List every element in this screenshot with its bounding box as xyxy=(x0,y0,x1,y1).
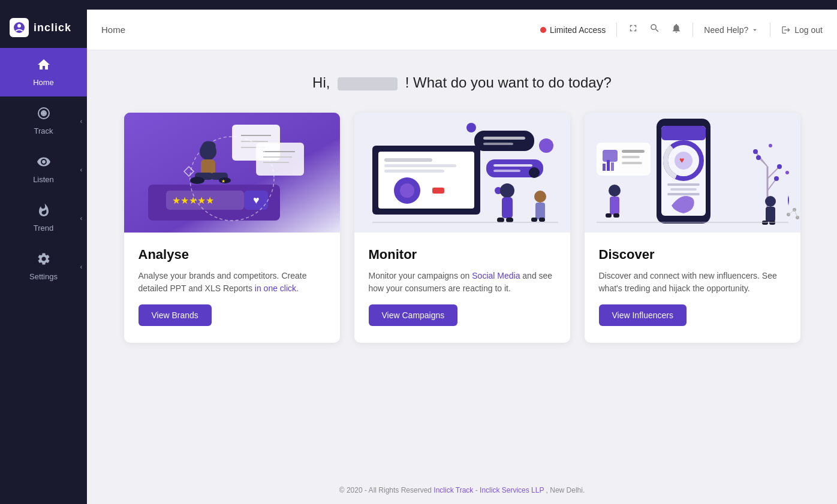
sidebar-listen-label: Listen xyxy=(33,175,54,184)
svg-rect-86 xyxy=(606,213,612,218)
svg-rect-48 xyxy=(506,218,513,222)
svg-rect-72 xyxy=(611,162,614,171)
svg-text:★★★★★: ★★★★★ xyxy=(172,195,214,206)
svg-rect-37 xyxy=(483,143,513,145)
sidebar-item-home[interactable]: Home xyxy=(0,48,87,96)
analyse-card-desc: Analyse your brands and competitors. Cre… xyxy=(139,270,326,295)
svg-point-45 xyxy=(500,183,514,198)
view-campaigns-button[interactable]: View Campaigns xyxy=(369,304,458,326)
footer: © 2020 - All Rights Reserved Inclick Tra… xyxy=(87,476,837,504)
listen-icon xyxy=(37,155,51,171)
svg-point-41 xyxy=(466,123,476,132)
svg-point-33 xyxy=(400,183,414,198)
sidebar: inclick Home T xyxy=(0,10,87,504)
svg-rect-68 xyxy=(622,156,640,158)
sidebar-settings-label: Settings xyxy=(29,272,58,281)
logo-area: inclick xyxy=(0,10,87,46)
svg-text:♥: ♥ xyxy=(253,194,260,206)
svg-point-78 xyxy=(753,149,758,154)
main-content: Hi, ! What do you want to do today? xyxy=(87,50,837,476)
track-icon xyxy=(37,106,51,123)
svg-rect-31 xyxy=(384,170,444,173)
svg-rect-40 xyxy=(493,170,520,172)
footer-link2[interactable]: Inclick Services LLP xyxy=(480,486,544,494)
svg-rect-85 xyxy=(610,197,619,215)
content-area: Home Limited Access xyxy=(87,10,837,504)
settings-icon xyxy=(37,252,51,268)
svg-rect-70 xyxy=(603,164,606,171)
discover-card-title: Discover xyxy=(599,247,786,262)
breadcrumb: Home xyxy=(101,25,125,35)
cards-grid: ★★★★★ ♥ xyxy=(106,113,818,343)
discover-card-image: ♥ xyxy=(585,113,800,233)
analyse-desc-highlight: in one click. xyxy=(255,283,299,293)
view-influencers-button[interactable]: View Influencers xyxy=(599,304,687,326)
svg-rect-30 xyxy=(384,164,456,167)
monitor-card-title: Monitor xyxy=(369,247,556,262)
trend-chevron: ‹ xyxy=(80,215,82,221)
discover-desc-text: Discover and connect with new influencer… xyxy=(599,271,777,293)
svg-rect-34 xyxy=(432,188,444,194)
svg-rect-52 xyxy=(539,218,545,222)
need-help-button[interactable]: Need Help? xyxy=(704,25,759,35)
bell-icon[interactable] xyxy=(671,23,682,37)
header-right: Limited Access xyxy=(540,23,823,37)
analyse-card-image: ★★★★★ ♥ xyxy=(124,113,340,233)
home-icon xyxy=(37,58,51,74)
svg-rect-66 xyxy=(603,150,618,162)
svg-rect-89 xyxy=(766,207,775,222)
limited-access-badge: Limited Access xyxy=(540,25,606,35)
logo-icon xyxy=(10,18,29,37)
expand-icon[interactable] xyxy=(628,23,639,37)
monitor-card-image xyxy=(354,113,570,233)
discover-card-desc: Discover and connect with new influencer… xyxy=(599,270,786,295)
svg-point-84 xyxy=(609,185,621,197)
monitor-desc-part1: Monitor your campaigns on xyxy=(369,271,472,280)
sidebar-track-label: Track xyxy=(34,126,53,135)
header-divider-2 xyxy=(693,23,693,37)
username-placeholder xyxy=(338,77,398,90)
logout-button[interactable]: Log out xyxy=(781,25,823,35)
svg-text:★: ★ xyxy=(221,179,225,184)
svg-point-81 xyxy=(756,155,761,160)
sidebar-home-label: Home xyxy=(33,78,54,87)
sidebar-item-listen[interactable]: Listen ‹ xyxy=(0,145,87,194)
svg-point-44 xyxy=(529,167,540,178)
sidebar-trend-label: Trend xyxy=(34,224,53,233)
monitor-desc-highlight: Social Media xyxy=(472,271,520,280)
search-icon[interactable] xyxy=(649,23,660,37)
svg-point-82 xyxy=(769,144,772,147)
footer-link1[interactable]: Inclick Track xyxy=(433,486,473,494)
svg-rect-57 xyxy=(661,126,706,140)
analyse-card-title: Analyse xyxy=(139,247,326,262)
limited-access-label: Limited Access xyxy=(550,25,606,35)
view-brands-button[interactable]: View Brands xyxy=(139,304,212,326)
discover-card-body: Discover Discover and connect with new i… xyxy=(585,233,800,343)
analyse-card: ★★★★★ ♥ xyxy=(124,113,340,343)
header-divider-1 xyxy=(616,23,617,37)
sidebar-item-settings[interactable]: Settings ‹ xyxy=(0,242,87,291)
monitor-card: Monitor Monitor your campaigns on Social… xyxy=(354,113,570,343)
footer-separator: - xyxy=(475,486,480,494)
trend-icon xyxy=(37,203,51,220)
svg-rect-71 xyxy=(607,160,610,171)
monitor-card-desc: Monitor your campaigns on Social Media a… xyxy=(369,270,556,295)
svg-rect-46 xyxy=(502,197,513,218)
svg-rect-13 xyxy=(256,143,304,176)
svg-rect-62 xyxy=(667,183,700,186)
sidebar-item-track[interactable]: Track ‹ xyxy=(0,96,87,145)
analyse-card-body: Analyse Analyse your brands and competit… xyxy=(124,233,340,343)
svg-rect-50 xyxy=(535,203,545,219)
limited-access-dot xyxy=(540,27,546,33)
logout-label: Log out xyxy=(794,25,823,35)
svg-point-1 xyxy=(17,24,21,28)
svg-rect-36 xyxy=(483,137,525,140)
monitor-card-body: Monitor Monitor your campaigns on Social… xyxy=(354,233,570,343)
svg-rect-69 xyxy=(622,162,642,164)
svg-rect-63 xyxy=(670,188,697,191)
greeting-text: Hi, ! What do you want to do today? xyxy=(106,74,818,91)
nav-menu: Home Track ‹ Li xyxy=(0,48,87,291)
sidebar-item-trend[interactable]: Trend ‹ xyxy=(0,194,87,242)
svg-rect-35 xyxy=(474,131,534,151)
footer-text: © 2020 - All Rights Reserved xyxy=(339,486,434,494)
